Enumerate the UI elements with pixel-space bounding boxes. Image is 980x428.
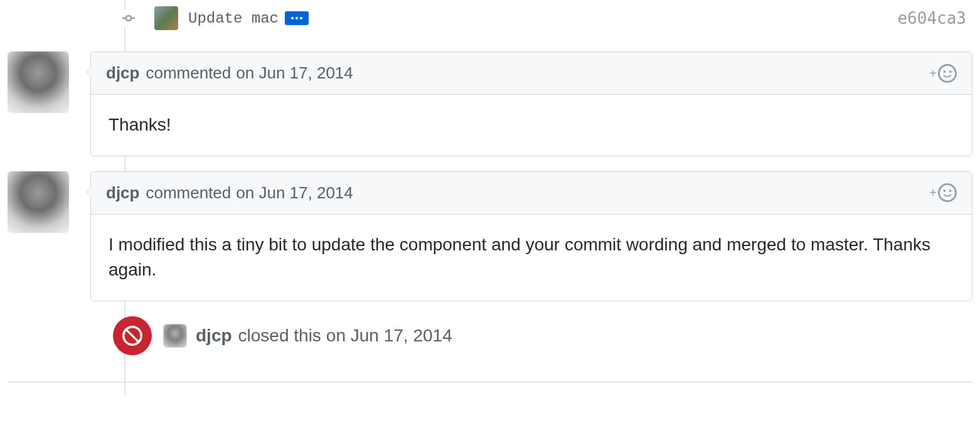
svg-point-3: [291, 17, 294, 19]
comment-date-link[interactable]: on Jun 17, 2014: [236, 63, 353, 83]
comment-action-text: commented: [146, 183, 231, 203]
comment-item: djcp commented on Jun 17, 2014 + I modif…: [8, 171, 972, 301]
comment-body: djcp commented on Jun 17, 2014 + I modif…: [90, 171, 972, 301]
comment-author-avatar[interactable]: [8, 171, 69, 233]
closed-event-row: djcp closed this on Jun 17, 2014: [8, 301, 972, 358]
commit-author-avatar[interactable]: [154, 6, 178, 30]
commit-icon: [120, 10, 137, 26]
plus-icon: +: [929, 186, 937, 199]
expand-commit-button[interactable]: [285, 11, 309, 25]
commit-sha-link[interactable]: e604ca3: [897, 9, 972, 28]
comment-header: djcp commented on Jun 17, 2014 +: [91, 172, 972, 215]
circle-slash-icon: [122, 326, 142, 346]
event-author-avatar[interactable]: [163, 324, 187, 348]
comment-author-avatar[interactable]: [8, 51, 69, 113]
closed-badge: [113, 316, 152, 355]
commit-title-link[interactable]: Update mac: [188, 10, 279, 27]
add-reaction-button[interactable]: +: [929, 183, 957, 202]
comment-action-text: commented: [146, 63, 231, 83]
comment-text: I modified this a tiny bit to update the…: [91, 215, 972, 301]
conversation-timeline: Update mac e604ca3 djcp commented on Jun…: [0, 0, 980, 395]
svg-point-4: [296, 17, 298, 19]
smiley-icon: [938, 183, 957, 202]
svg-point-0: [126, 16, 131, 21]
comment-author-link[interactable]: djcp: [106, 183, 139, 203]
smiley-icon: [938, 64, 957, 83]
add-reaction-button[interactable]: +: [929, 64, 957, 83]
event-date-link[interactable]: on Jun 17, 2014: [326, 326, 452, 346]
event-action-text: closed this: [238, 326, 321, 346]
plus-icon: +: [929, 67, 937, 80]
comment-item: djcp commented on Jun 17, 2014 + Thanks!: [8, 51, 972, 156]
svg-point-5: [300, 17, 302, 19]
comment-author-link[interactable]: djcp: [106, 63, 139, 83]
event-author-link[interactable]: djcp: [196, 326, 232, 346]
comment-date-link[interactable]: on Jun 17, 2014: [236, 183, 353, 203]
comment-text: Thanks!: [91, 95, 972, 156]
commit-reference-row: Update mac e604ca3: [8, 0, 972, 36]
comment-body: djcp commented on Jun 17, 2014 + Thanks!: [90, 51, 972, 156]
comment-header: djcp commented on Jun 17, 2014 +: [91, 52, 972, 95]
section-divider: [8, 382, 972, 383]
